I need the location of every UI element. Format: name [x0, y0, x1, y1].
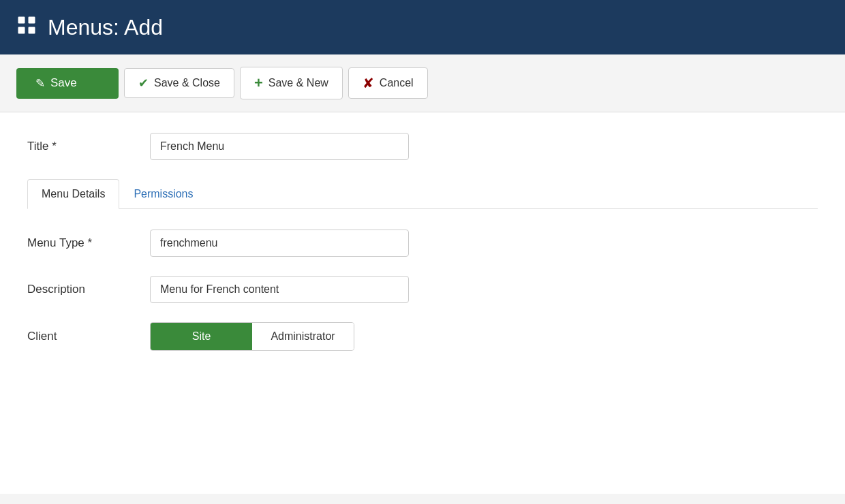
client-label: Client [27, 330, 150, 343]
title-group: Title * [27, 133, 818, 160]
cancel-icon: ✘ [363, 75, 374, 91]
save-new-button[interactable]: + Save & New [240, 67, 343, 99]
client-group: Client Site Administrator [27, 322, 818, 351]
grid-icon [16, 15, 37, 40]
tab-menu-details[interactable]: Menu Details [27, 179, 119, 209]
description-group: Description [27, 276, 818, 303]
title-label: Title * [27, 140, 150, 153]
cancel-button[interactable]: ✘ Cancel [348, 67, 428, 99]
svg-rect-0 [18, 16, 25, 23]
description-input[interactable] [150, 276, 409, 303]
toolbar: ✎ Save ✔ Save & Close + Save & New ✘ Can… [0, 54, 845, 112]
page-title: Menus: Add [48, 15, 163, 40]
client-toggle: Site Administrator [150, 322, 354, 351]
header: Menus: Add [0, 0, 845, 54]
description-label: Description [27, 283, 150, 296]
save-new-label: Save & New [268, 77, 328, 89]
menu-type-label: Menu Type * [27, 236, 150, 250]
menu-type-input[interactable] [150, 230, 409, 257]
svg-rect-1 [29, 16, 35, 23]
svg-rect-3 [29, 27, 35, 33]
check-icon: ✔ [138, 76, 149, 91]
client-site-button[interactable]: Site [151, 323, 252, 350]
save-label: Save [50, 76, 77, 90]
save-button[interactable]: ✎ Save [16, 68, 119, 99]
tab-permissions[interactable]: Permissions [119, 179, 207, 208]
main-content: Title * Menu Details Permissions Menu Ty… [0, 112, 845, 494]
client-admin-button[interactable]: Administrator [252, 323, 354, 350]
tabs-container: Menu Details Permissions [27, 179, 818, 209]
cancel-label: Cancel [380, 77, 414, 89]
title-input[interactable] [150, 133, 409, 160]
save-close-label: Save & Close [154, 77, 220, 89]
plus-icon: + [254, 74, 263, 92]
save-icon: ✎ [35, 76, 45, 91]
svg-rect-2 [18, 27, 25, 33]
menu-type-group: Menu Type * [27, 230, 818, 257]
save-close-button[interactable]: ✔ Save & Close [124, 68, 234, 98]
